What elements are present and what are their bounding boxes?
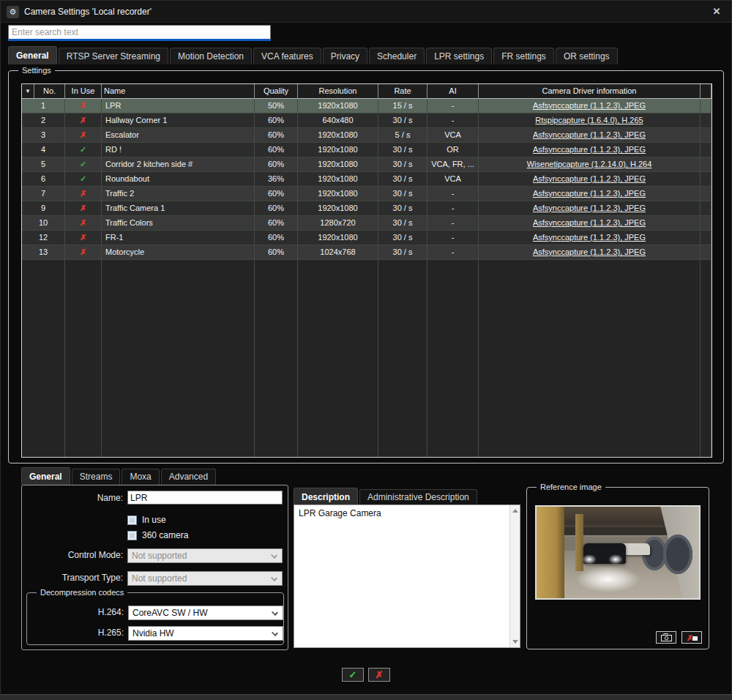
in-use-cross-icon: ✗ [80, 189, 86, 198]
in-use-cross-icon: ✗ [80, 130, 86, 139]
checkbox-in-use[interactable]: In use [127, 515, 166, 525]
garage-yellow-pillar [537, 507, 564, 598]
column-header-no-[interactable]: ▼No. [22, 84, 65, 98]
column-header-spacer [701, 84, 712, 98]
table-row[interactable]: 13✗Motorcycle60%1024x76830 / s-Asfsyncca… [22, 245, 712, 260]
table-row[interactable]: 1✗LPR50%1920x108015 / s-Asfsynccapture (… [22, 99, 712, 113]
camera-driver-link[interactable]: Asfsynccapture (1.1.2.3), JPEG [533, 101, 646, 110]
camera-driver-link[interactable]: Asfsynccapture (1.1.2.3), JPEG [533, 189, 646, 198]
tab-motion-detection[interactable]: Motion Detection [170, 48, 252, 64]
tab-advanced[interactable]: Advanced [161, 469, 216, 485]
search-input[interactable] [8, 25, 271, 41]
delete-reference-button[interactable]: ✗ [681, 631, 702, 644]
cell-rate: 30 / s [378, 245, 427, 259]
sort-descending-icon[interactable]: ▼ [22, 84, 34, 98]
cell-quality: 60% [255, 143, 298, 157]
tab-administrative-description[interactable]: Administrative Description [359, 489, 477, 505]
camera-driver-link[interactable]: Asfsynccapture (1.1.2.3), JPEG [533, 174, 646, 183]
camera-driver-link[interactable]: Asfsynccapture (1.1.2.3), JPEG [533, 130, 646, 139]
cell-in-use: ✗ [65, 187, 102, 201]
cell-name: FR-1 [102, 231, 255, 245]
cancel-button[interactable]: ✗ [368, 668, 390, 682]
tab-vca-features[interactable]: VCA features [253, 48, 321, 64]
column-header-rate[interactable]: Rate [378, 84, 427, 98]
scrollbar-down-icon[interactable] [512, 640, 518, 644]
table-row[interactable]: 5✓Corridor 2 kitchen side #60%1920x10803… [22, 157, 712, 172]
control-mode-select[interactable]: Not supported [127, 548, 283, 563]
h265-codec-select[interactable]: Nvidia HW [128, 626, 283, 641]
column-header-name[interactable]: Name [102, 84, 255, 98]
checkbox-unchecked-icon[interactable] [127, 531, 137, 540]
transport-type-select[interactable]: Not supported [127, 571, 283, 586]
camera-driver-link[interactable]: Asfsynccapture (1.1.2.3), JPEG [533, 247, 646, 256]
tab-moxa[interactable]: Moxa [122, 469, 159, 485]
tab-privacy[interactable]: Privacy [323, 48, 367, 64]
tab-lpr-settings[interactable]: LPR settings [426, 48, 492, 64]
camera-driver-link[interactable]: Wisenetipcapture (1.2.14.0), H.264 [527, 160, 652, 168]
cell-in-use: ✗ [65, 128, 102, 142]
cell-rate: 30 / s [378, 113, 427, 127]
h265-codec-value: Nvidia HW [132, 628, 174, 638]
tab-description[interactable]: Description [294, 488, 358, 505]
tab-or-settings[interactable]: OR settings [556, 48, 618, 64]
camera-driver-link[interactable]: Asfsynccapture (1.1.2.3), JPEG [533, 204, 646, 212]
cell-quality: 60% [255, 216, 298, 230]
camera-name-input[interactable] [127, 491, 283, 504]
description-scrollbar[interactable] [509, 505, 520, 647]
table-row[interactable]: 7✗Traffic 260%1920x108030 / s-Asfsynccap… [22, 187, 712, 201]
table-row[interactable]: 2✗Hallway Corner 160%640x48030 / s-Rtspi… [22, 113, 712, 128]
cell-resolution: 1920x1080 [298, 231, 378, 245]
tab-fr-settings[interactable]: FR settings [493, 48, 554, 64]
cell-driver: Rtspipcapture (1.6.4.0), H.265 [479, 113, 701, 127]
cell-spacer [701, 172, 712, 186]
camera-driver-link[interactable]: Asfsynccapture (1.1.2.3), JPEG [533, 218, 646, 227]
settings-groupbox: Settings ▼No.In UseNameQualityResolution… [8, 70, 724, 463]
cancel-cross-icon: ✗ [376, 669, 384, 680]
table-row[interactable]: 10✗Traffic Colors60%1280x72030 / s-Asfsy… [22, 216, 712, 231]
cell-resolution: 1280x720 [298, 216, 378, 230]
table-row[interactable]: 9✗Traffic Camera 160%1920x108030 / s-Asf… [22, 201, 712, 216]
camera-settings-dialog: ⚙ Camera Settings 'Local recorder' ✕ Gen… [0, 0, 732, 700]
empty-column [479, 260, 701, 457]
camera-driver-link[interactable]: Asfsynccapture (1.1.2.3), JPEG [533, 145, 646, 154]
camera-driver-link[interactable]: Rtspipcapture (1.6.4.0), H.265 [535, 116, 643, 124]
cell-rate: 30 / s [378, 172, 427, 186]
table-row[interactable]: 3✗Escalator60%1920x10805 / sVCAAsfsyncca… [22, 128, 712, 143]
column-header-in-use[interactable]: In Use [65, 84, 102, 98]
cell-driver: Asfsynccapture (1.1.2.3), JPEG [479, 187, 701, 201]
scrollbar-up-icon[interactable] [512, 509, 518, 513]
column-header-quality[interactable]: Quality [255, 84, 298, 98]
cell-ai: VCA, FR, ... [427, 157, 479, 171]
column-header-ai[interactable]: AI [427, 84, 479, 98]
column-header-camera-driver-information[interactable]: Camera Driver information [479, 84, 701, 98]
cell-resolution: 1920x1080 [298, 143, 378, 157]
table-row[interactable]: 4✓RD !60%1920x108030 / sORAsfsynccapture… [22, 143, 712, 157]
tab-scheduler[interactable]: Scheduler [369, 48, 425, 64]
tab-streams[interactable]: Streams [72, 469, 121, 485]
cell-spacer [701, 187, 712, 201]
checkbox-360-camera[interactable]: 360 camera [127, 530, 188, 540]
ok-button[interactable]: ✓ [342, 668, 364, 682]
cell-name: Traffic Camera 1 [102, 201, 255, 215]
camera-driver-link[interactable]: Asfsynccapture (1.1.2.3), JPEG [533, 233, 646, 242]
table-empty-area [22, 260, 712, 457]
checkbox-unchecked-icon[interactable] [127, 515, 137, 525]
close-icon[interactable]: ✕ [710, 5, 723, 18]
empty-column [65, 260, 102, 457]
description-textarea[interactable]: LPR Garage Camera [294, 504, 520, 648]
cell-rate: 30 / s [378, 231, 427, 245]
cell-ai: - [427, 231, 479, 245]
column-header-resolution[interactable]: Resolution [298, 84, 378, 98]
tab-general[interactable]: General [21, 467, 70, 485]
table-row[interactable]: 12✗FR-160%1920x108030 / s-Asfsynccapture… [22, 231, 712, 245]
tab-general[interactable]: General [8, 46, 57, 64]
capture-reference-button[interactable] [656, 631, 676, 644]
cell-quality: 60% [255, 128, 298, 142]
cell-resolution: 1920x1080 [298, 201, 378, 215]
tab-rtsp-server-streaming[interactable]: RTSP Server Streaming [59, 48, 168, 64]
cell-ai: - [427, 99, 479, 113]
table-row[interactable]: 6✓Roundabout36%1920x108030 / sVCAAsfsync… [22, 172, 712, 187]
settings-group-label: Settings [18, 65, 55, 75]
reference-image-actions: ✗ [656, 631, 702, 644]
h264-codec-select[interactable]: CoreAVC SW / HW [128, 606, 283, 620]
